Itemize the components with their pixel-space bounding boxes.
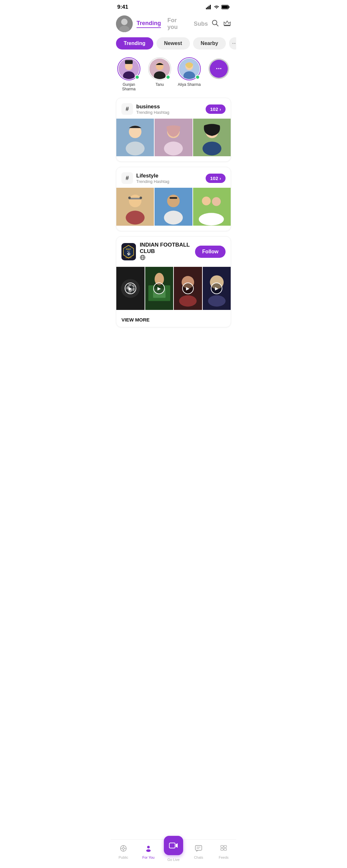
video-play-3[interactable]: ▶ [174,267,202,310]
club-video-1[interactable]: ⚽ ▶ [116,267,145,310]
hashtag-images-business [116,119,231,161]
svg-text:⚽: ⚽ [127,252,131,256]
story-more-button[interactable]: ··· [210,60,228,78]
svg-text:WINDY: WINDY [126,248,131,250]
header-action-icons [212,20,231,28]
chevron-right-icon: › [219,106,221,112]
hashtag-title-business: business [136,103,169,110]
user-avatar[interactable] [116,16,133,32]
hashtag-left-lifestyle: # Lifestyle Trending Hashtag [121,172,169,184]
crown-icon[interactable] [223,20,231,28]
hashtag-image-lifestyle-2[interactable] [155,188,192,225]
svg-rect-2 [209,6,210,9]
club-header: WINDY CITY ⚽ RAMPAGE INDIAN FOOTBALL CLU… [116,237,231,267]
club-name-text: INDIAN FOOTBALL CLUB [140,242,195,255]
svg-rect-3 [210,5,211,9]
video-play-2[interactable]: ▶ [145,267,174,310]
filter-bar: Trending Newest Nearby [111,37,236,55]
svg-rect-6 [222,6,228,9]
video-play-4[interactable]: ▶ [203,267,231,310]
wifi-icon [214,5,219,9]
status-icons [206,5,230,9]
svg-point-14 [234,43,235,44]
nav-for-you[interactable]: For you [167,17,187,31]
hashtag-image-business-2[interactable] [155,119,192,156]
signal-icon [206,5,212,9]
club-name-info: INDIAN FOOTBALL CLUB [140,242,195,262]
story-item-tanu[interactable]: Tanu [148,57,171,87]
svg-point-48 [198,213,224,226]
club-card: WINDY CITY ⚽ RAMPAGE INDIAN FOOTBALL CLU… [116,236,231,328]
video-play-1[interactable]: ▶ [116,267,145,310]
filter-newest[interactable]: Newest [156,37,190,50]
avatar-image [116,16,133,32]
svg-rect-19 [125,60,133,64]
svg-point-13 [232,43,233,44]
svg-point-31 [164,142,183,155]
hashtag-symbol-lifestyle: # [121,172,133,184]
club-info-left: WINDY CITY ⚽ RAMPAGE INDIAN FOOTBALL CLU… [121,242,195,262]
hashtag-image-lifestyle-1[interactable] [116,188,154,225]
club-logo: WINDY CITY ⚽ RAMPAGE [121,243,136,260]
svg-rect-12 [224,25,230,26]
svg-point-46 [202,197,211,206]
hashtag-image-business-1[interactable] [116,119,154,156]
online-dot-aliya [195,75,200,80]
stories-row: Gunjan Sharma Tanu [111,55,236,98]
svg-rect-1 [207,7,208,9]
svg-line-11 [216,24,218,26]
header: Trending For you Subs [111,13,236,37]
svg-rect-5 [229,6,230,8]
club-video-grid: ⚽ ▶ ▶ ▶ [116,267,231,313]
svg-rect-0 [206,8,207,9]
filter-trending[interactable]: Trending [116,37,153,50]
online-dot-gunjan [135,75,139,80]
hashtag-card-business: # business Trending Hashtag 102 › [116,98,231,162]
hashtag-subtitle-lifestyle: Trending Hashtag [136,179,169,184]
hashtag-count-business[interactable]: 102 › [206,104,226,114]
svg-rect-38 [129,198,141,199]
svg-rect-40 [139,197,142,199]
hashtag-symbol-business: # [121,103,133,115]
battery-icon [221,5,230,9]
hashtag-subtitle-business: Trending Hashtag [136,110,169,115]
svg-point-34 [202,142,221,155]
club-globe-icon [140,255,195,262]
club-video-2[interactable]: ▶ [145,267,174,310]
hashtag-header-business: # business Trending Hashtag 102 › [116,98,231,119]
story-item-gunjan[interactable]: Gunjan Sharma [116,57,142,91]
club-video-3[interactable]: ▶ [174,267,202,310]
view-more-button[interactable]: VIEW MORE [116,312,231,327]
story-item-aliya[interactable]: Aliya Sharma [178,57,201,87]
hashtag-title-lifestyle: Lifestyle [136,173,169,179]
story-item-more[interactable]: ··· [207,57,230,82]
online-dot-tanu [166,75,170,80]
nav-subs[interactable]: Subs [194,21,208,27]
svg-text:CITY: CITY [127,250,130,252]
svg-point-42 [167,195,180,207]
search-icon[interactable] [212,20,219,28]
filter-nearby[interactable]: Nearby [193,37,226,50]
svg-text:RAMPAGE: RAMPAGE [126,257,132,258]
hashtag-header-lifestyle: # Lifestyle Trending Hashtag 102 › [116,167,231,188]
svg-point-8 [121,19,128,25]
hashtag-count-lifestyle[interactable]: 102 › [206,174,226,183]
hashtag-image-lifestyle-3[interactable] [193,188,231,225]
club-video-4[interactable]: ▶ [203,267,231,310]
filter-more[interactable] [229,37,236,50]
svg-point-43 [164,211,183,225]
hashtag-image-business-3[interactable] [193,119,231,156]
status-time: 9:41 [117,4,128,10]
follow-button[interactable]: Follow [195,246,226,258]
story-label-tanu: Tanu [156,82,164,87]
header-navigation: Trending For you Subs [136,17,208,31]
svg-point-47 [212,197,220,206]
hashtag-card-lifestyle: # Lifestyle Trending Hashtag 102 › [116,167,231,231]
svg-point-37 [126,211,145,225]
hashtag-info-business: business Trending Hashtag [136,103,169,115]
story-label-gunjan: Gunjan Sharma [116,82,142,91]
hashtag-left-business: # business Trending Hashtag [121,103,169,115]
nav-trending[interactable]: Trending [136,20,161,28]
svg-point-28 [126,142,145,155]
svg-point-36 [129,195,141,207]
